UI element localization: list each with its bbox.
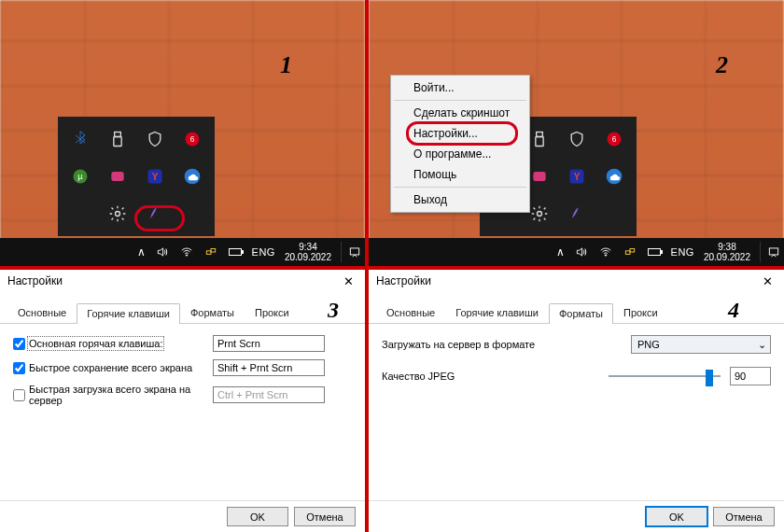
wifi-icon[interactable] [179, 245, 194, 259]
slider-thumb[interactable] [706, 370, 713, 386]
tab-general[interactable]: Основные [376, 302, 445, 323]
tab-proxy[interactable]: Прокси [613, 302, 668, 323]
svg-rect-1 [114, 137, 121, 147]
dialog-button-bar: OK Отмена [0, 500, 365, 532]
hotkey-input-quicksave[interactable] [213, 359, 325, 376]
cloud-icon[interactable] [599, 161, 629, 191]
svg-rect-6 [111, 172, 123, 181]
clock-date: 20.09.2022 [704, 252, 750, 262]
app-red-icon[interactable]: 6 [177, 124, 207, 154]
network-icon[interactable] [623, 245, 637, 259]
cancel-button[interactable]: Отмена [713, 507, 775, 526]
svg-text:6: 6 [612, 134, 617, 144]
menu-item-settings-label: Настройки... [413, 127, 478, 140]
menu-item-screenshot[interactable]: Сделать скриншот [393, 103, 527, 123]
utorrent-icon[interactable]: µ [65, 161, 95, 191]
step-number-4: 4 [728, 298, 739, 323]
step-number-2: 2 [716, 51, 728, 79]
volume-icon[interactable] [155, 245, 170, 259]
cancel-button[interactable]: Отмена [294, 507, 356, 526]
tab-proxy[interactable]: Прокси [245, 302, 300, 323]
panel-1: 1 6 µ Y ∧ ENG 9:34 20.09.2022 [0, 0, 365, 266]
taskbar: ∧ ENG 9:34 20.09.2022 [0, 238, 365, 266]
tab-hotkeys[interactable]: Горячие клавиши [77, 303, 180, 324]
settings-dialog: Настройки ✕ Основные Горячие клавиши Фор… [369, 270, 784, 532]
clock[interactable]: 9:34 20.09.2022 [285, 242, 331, 262]
svg-text:Y: Y [152, 172, 159, 182]
yandex-icon[interactable]: Y [140, 161, 170, 191]
jpeg-quality-slider[interactable] [609, 375, 721, 377]
svg-rect-16 [536, 137, 543, 147]
notifications-icon[interactable] [341, 242, 361, 262]
battery-icon[interactable] [647, 245, 662, 259]
settings-gear-icon[interactable] [103, 199, 133, 229]
menu-item-login[interactable]: Войти... [393, 77, 527, 98]
clock-date: 20.09.2022 [285, 252, 331, 262]
panel-3: Настройки ✕ Основные Горячие клавиши Фор… [0, 270, 365, 532]
panel-2: 2 6 µ Y Войти... Сделать скриншот Настро… [369, 0, 784, 266]
tray-context-menu: Войти... Сделать скриншот Настройки... О… [390, 75, 530, 213]
blank-tray-slot [65, 199, 95, 229]
bluetooth-icon[interactable] [65, 124, 95, 154]
upload-format-select[interactable]: PNG ⌄ [631, 335, 771, 354]
menu-item-exit[interactable]: Выход [393, 189, 527, 210]
dialog-title: Настройки [376, 274, 431, 287]
ok-button[interactable]: OK [227, 507, 288, 526]
checkbox-quickupload-label: Быстрая загрузка всего экрана на сервер [29, 384, 200, 406]
close-button[interactable]: ✕ [337, 272, 359, 290]
taskbar: ∧ ENG 9:38 20.09.2022 [369, 238, 784, 266]
menu-item-about[interactable]: О программе... [393, 144, 527, 164]
tray-chevron-icon[interactable]: ∧ [556, 245, 565, 259]
checkbox-quickupload[interactable]: Быстрая загрузка всего экрана на сервер [13, 384, 200, 406]
svg-rect-29 [769, 248, 777, 255]
notifications-icon[interactable] [760, 242, 780, 262]
svg-rect-0 [115, 133, 121, 137]
wifi-icon[interactable] [598, 245, 613, 259]
checkbox-main-hotkey-input[interactable] [13, 338, 25, 350]
language-indicator[interactable]: ENG [252, 246, 275, 258]
cloud-icon[interactable] [177, 161, 207, 191]
menu-item-settings[interactable]: Настройки... [393, 123, 527, 144]
menu-item-help[interactable]: Помощь [393, 164, 527, 185]
svg-rect-15 [537, 133, 543, 137]
panel-4: Настройки ✕ Основные Горячие клавиши Фор… [369, 270, 784, 532]
tray-chevron-icon[interactable]: ∧ [137, 245, 146, 259]
svg-rect-13 [211, 249, 216, 253]
clock[interactable]: 9:38 20.09.2022 [704, 242, 750, 262]
checkbox-main-hotkey[interactable]: Основная горячая клавиша: [13, 338, 200, 350]
volume-icon[interactable] [574, 245, 589, 259]
jpeg-quality-label: Качество JPEG [382, 371, 578, 382]
battery-icon[interactable] [228, 245, 243, 259]
svg-rect-12 [206, 251, 211, 255]
checkbox-quicksave[interactable]: Быстрое сохранение всего экрана [13, 362, 200, 374]
network-icon[interactable] [203, 245, 218, 259]
lightshot-icon[interactable] [562, 199, 592, 229]
svg-text:µ: µ [77, 172, 83, 181]
checkbox-quickupload-input[interactable] [13, 389, 25, 401]
svg-point-11 [186, 255, 187, 256]
settings-dialog: Настройки ✕ Основные Горячие клавиши Фор… [0, 270, 365, 532]
checkbox-quicksave-input[interactable] [13, 362, 25, 374]
tab-general[interactable]: Основные [7, 302, 77, 323]
highlight-ring [134, 205, 185, 231]
dialog-button-bar: OK Отмена [369, 500, 784, 532]
svg-rect-27 [625, 251, 630, 255]
hotkey-input-main[interactable] [213, 335, 325, 352]
tab-formats[interactable]: Форматы [180, 302, 245, 323]
svg-point-26 [605, 255, 606, 256]
security-icon[interactable] [140, 124, 170, 154]
close-button[interactable]: ✕ [756, 272, 778, 290]
yandex-icon[interactable]: Y [562, 161, 592, 191]
tab-formats[interactable]: Форматы [549, 303, 613, 324]
tab-hotkeys[interactable]: Горячие клавиши [445, 302, 549, 323]
app-pink-icon[interactable] [103, 161, 133, 191]
svg-point-10 [116, 212, 120, 217]
app-red-icon[interactable]: 6 [599, 124, 629, 154]
usb-icon[interactable] [103, 124, 133, 154]
dialog-body: Загружать на сервер в формате PNG ⌄ Каче… [369, 324, 784, 500]
security-icon[interactable] [562, 124, 592, 154]
ok-button[interactable]: OK [646, 507, 707, 526]
language-indicator[interactable]: ENG [671, 246, 694, 258]
jpeg-quality-input[interactable] [730, 367, 771, 385]
svg-text:Y: Y [574, 172, 581, 182]
